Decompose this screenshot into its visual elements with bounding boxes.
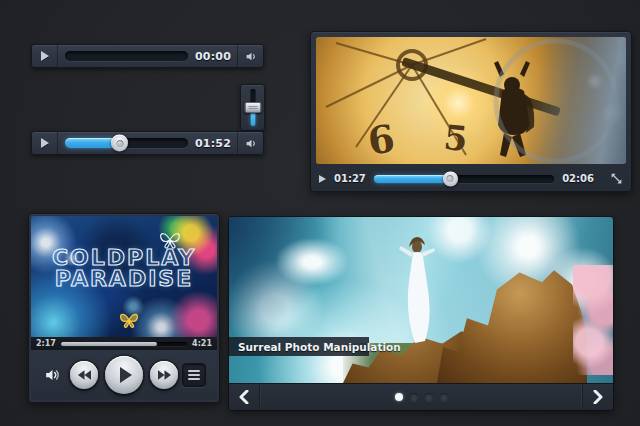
carousel-image[interactable]: Surreal Photo Manipulation	[229, 217, 613, 383]
elapsed-time: 01:52	[195, 137, 231, 150]
seek-fill	[65, 138, 119, 148]
rock-formation-art	[437, 263, 587, 383]
elapsed-time: 01:27	[334, 173, 366, 184]
clock-numeral: 5	[442, 117, 470, 159]
volume-slider[interactable]	[240, 84, 265, 131]
playlist-button[interactable]	[182, 363, 206, 387]
duration-time: 02:06	[562, 173, 594, 184]
seek-bar[interactable]	[65, 51, 188, 61]
carousel-nav-bar	[229, 383, 613, 410]
image-carousel: Surreal Photo Manipulation	[229, 217, 613, 410]
chevron-left-icon	[239, 390, 249, 404]
prev-button[interactable]	[229, 384, 260, 410]
play-icon[interactable]	[319, 175, 326, 183]
play-button[interactable]	[105, 356, 143, 394]
carousel-dot[interactable]	[395, 393, 403, 401]
fullscreen-button[interactable]	[610, 172, 623, 185]
elapsed-time: 2:17	[36, 339, 56, 348]
video-controls: 01:27 02:06	[316, 169, 626, 188]
carousel-dot[interactable]	[440, 393, 448, 401]
music-player: COLDPLAY PARADISE 2:17 4:21	[28, 213, 220, 403]
seek-bar[interactable]	[61, 342, 187, 346]
next-button[interactable]	[582, 384, 613, 410]
woman-figure-art	[397, 235, 437, 345]
next-button[interactable]	[150, 361, 178, 389]
fullscreen-icon	[610, 172, 623, 185]
butterfly-icon	[117, 311, 141, 331]
album-art[interactable]: COLDPLAY PARADISE	[31, 216, 217, 337]
carousel-pagination	[260, 384, 582, 410]
seek-bar[interactable]	[65, 138, 188, 148]
video-player: 6 5 01:27 02:06	[310, 31, 632, 192]
volume-handle-icon[interactable]	[244, 102, 261, 113]
seek-knob[interactable]	[111, 135, 128, 152]
play-icon	[41, 51, 49, 61]
seek-knob[interactable]	[443, 171, 458, 186]
elapsed-time: 00:00	[195, 50, 231, 63]
play-button[interactable]	[32, 45, 57, 67]
play-icon	[120, 367, 132, 383]
play-icon	[41, 138, 49, 148]
design-canvas: 00:00 01:52	[0, 0, 640, 426]
audio-player-playing: 01:52	[31, 131, 264, 155]
speaker-icon	[245, 50, 258, 63]
album-title-line2: PARADISE	[31, 269, 217, 290]
speaker-icon	[245, 137, 258, 150]
clock-rim-art	[316, 37, 626, 164]
volume-button[interactable]	[44, 367, 61, 384]
seek-fill	[374, 175, 450, 183]
carousel-dot[interactable]	[425, 393, 433, 401]
video-frame[interactable]: 6 5	[316, 37, 626, 164]
chevron-right-icon	[593, 390, 603, 404]
carousel-caption: Surreal Photo Manipulation	[229, 337, 369, 356]
angel-figure-art	[277, 239, 347, 285]
album-title: COLDPLAY PARADISE	[31, 248, 217, 290]
menu-icon	[188, 370, 200, 372]
carousel-dot[interactable]	[410, 393, 418, 401]
music-controls	[31, 350, 217, 400]
volume-button[interactable]	[239, 132, 263, 154]
seek-bar[interactable]	[374, 175, 554, 183]
volume-button[interactable]	[239, 45, 263, 67]
track-progress-row: 2:17 4:21	[31, 337, 217, 350]
caption-text: Surreal Photo Manipulation	[238, 341, 401, 353]
previous-button[interactable]	[70, 361, 98, 389]
speaker-icon	[44, 367, 61, 384]
audio-player-compact: 00:00	[31, 44, 264, 68]
fast-forward-icon	[158, 370, 171, 380]
rewind-icon	[78, 370, 91, 380]
blossom-art	[573, 265, 613, 375]
seek-fill	[61, 342, 157, 346]
play-button[interactable]	[32, 132, 57, 154]
duration-time: 4:21	[192, 339, 212, 348]
